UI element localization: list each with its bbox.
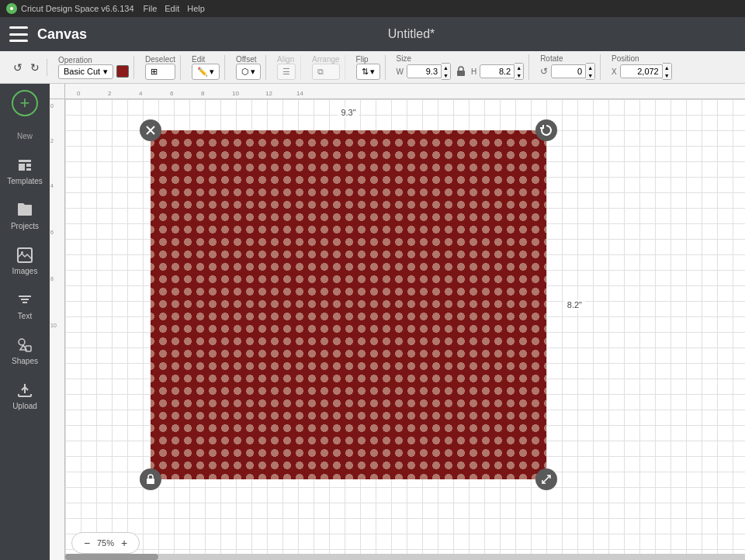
doc-title: Untitled* [87, 27, 736, 41]
x-up-button[interactable]: ▲ [663, 64, 671, 71]
sidebar-item-templates[interactable]: Templates [3, 150, 47, 192]
offset-button[interactable]: ⬡ ▾ [236, 64, 261, 80]
main-content: + New Templates Projects Images [0, 84, 745, 560]
sidebar-item-text[interactable]: Text [3, 285, 47, 327]
deselect-label: Deselect [145, 55, 175, 64]
offset-icon: ⬡ [241, 67, 249, 77]
width-down-button[interactable]: ▼ [442, 71, 450, 79]
lock-handle[interactable] [140, 468, 161, 490]
svg-point-3 [19, 339, 25, 345]
canvas-label: Canvas [37, 26, 87, 43]
height-down-button[interactable]: ▼ [515, 71, 523, 79]
upload-icon [16, 381, 34, 399]
offset-dropdown-arrow: ▾ [251, 67, 255, 77]
align-label: Align [277, 55, 296, 64]
rotate-icon: ↺ [540, 66, 548, 77]
color-swatch[interactable] [116, 65, 129, 78]
position-group: Position X ▲ ▼ [607, 54, 677, 80]
arrange-button: ⧉ [312, 64, 340, 80]
width-dim-label: W [397, 67, 404, 76]
scale-handle[interactable] [535, 468, 557, 490]
canvas-area[interactable]: 0 2 4 6 8 10 12 14 0 2 4 6 8 10 [50, 84, 745, 560]
upload-label: Upload [12, 402, 37, 410]
x-down-button[interactable]: ▼ [663, 71, 671, 79]
flip-button[interactable]: ⇅ ▾ [356, 64, 380, 80]
rotate-handle[interactable] [535, 119, 557, 141]
grid[interactable]: 9.3" 8.2" [65, 99, 745, 560]
ruler-horizontal: 0 2 4 6 8 10 12 14 [65, 84, 745, 99]
templates-icon [16, 156, 34, 175]
new-label: New [17, 132, 33, 140]
deselect-icon: ⊞ [151, 67, 158, 77]
width-dimension-label: 9.3" [338, 107, 359, 118]
undo-button[interactable]: ↺ [11, 59, 25, 76]
align-group: Align ☰ [272, 55, 301, 80]
arrange-group: Arrange ⧉ [307, 55, 345, 80]
hamburger-menu[interactable] [9, 26, 28, 42]
cricut-logo [6, 3, 17, 14]
rotate-up-button[interactable]: ▲ [586, 64, 594, 71]
zoom-out-button[interactable]: − [80, 536, 94, 550]
width-up-button[interactable]: ▲ [442, 64, 450, 71]
align-button: ☰ [277, 64, 296, 80]
text-label: Text [18, 312, 32, 320]
new-button[interactable]: + [12, 90, 38, 116]
align-icon: ☰ [282, 67, 290, 77]
selected-shape-container[interactable]: 9.3" 8.2" [151, 130, 546, 479]
shapes-label: Shapes [12, 357, 38, 365]
projects-label: Projects [11, 222, 39, 230]
undo-redo-group: ↺ ↻ [6, 59, 47, 76]
arrange-icon: ⧉ [317, 67, 324, 77]
rotate-handle-icon [540, 124, 553, 137]
sidebar: + New Templates Projects Images [0, 84, 50, 560]
rotate-group: Rotate ↺ ▲ ▼ [535, 54, 601, 80]
zoom-controls: − 75% + [71, 532, 140, 554]
flip-label: Flip [356, 55, 380, 64]
app-title: Cricut Design Space v6.6.134 [21, 4, 134, 13]
delete-handle[interactable] [140, 119, 161, 141]
height-dim-label: H [471, 67, 476, 76]
zoom-level-label: 75% [97, 538, 114, 548]
horizontal-scrollbar[interactable] [65, 554, 745, 560]
sidebar-item-images[interactable]: Images [3, 240, 47, 282]
sidebar-item-projects[interactable]: Projects [3, 195, 47, 237]
toolbar: ↺ ↻ Operation Basic Cut ▾ Deselect ⊞ Edi [0, 51, 745, 84]
cricut-logo-icon [8, 5, 16, 12]
arrange-label: Arrange [312, 55, 340, 64]
lock-icon [456, 66, 466, 77]
images-icon [16, 246, 34, 264]
horizontal-scrollbar-thumb[interactable] [65, 554, 158, 560]
size-label: Size [397, 54, 525, 63]
edit-dropdown-arrow: ▾ [210, 67, 214, 77]
lock-handle-icon [145, 474, 156, 485]
redo-button[interactable]: ↻ [28, 59, 42, 76]
edit-button[interactable]: ✏️ ▾ [192, 64, 220, 80]
size-group: Size W ▲ ▼ H [392, 54, 530, 80]
menu-edit[interactable]: Edit [165, 4, 179, 13]
rotate-label: Rotate [540, 54, 595, 63]
deselect-button[interactable]: ⊞ [145, 64, 175, 80]
menu-help[interactable]: Help [187, 4, 205, 13]
height-input[interactable] [480, 64, 515, 78]
dropdown-arrow-icon: ▾ [103, 67, 108, 77]
deselect-group: Deselect ⊞ [140, 55, 181, 80]
svg-rect-0 [457, 71, 465, 76]
rotate-input[interactable] [551, 64, 586, 78]
polka-dot-shape[interactable] [151, 130, 546, 479]
lock-proportions-button[interactable] [454, 66, 468, 77]
zoom-in-button[interactable]: + [117, 536, 131, 550]
menu-file[interactable]: File [144, 4, 158, 13]
operation-dropdown[interactable]: Basic Cut ▾ [58, 64, 113, 79]
width-input[interactable] [407, 64, 442, 78]
ruler-corner [50, 84, 65, 99]
svg-rect-7 [147, 479, 154, 484]
rotate-down-button[interactable]: ▼ [586, 71, 594, 79]
delete-icon [145, 125, 156, 136]
sidebar-item-shapes[interactable]: Shapes [3, 330, 47, 372]
x-input[interactable] [620, 64, 663, 78]
height-up-button[interactable]: ▲ [515, 64, 523, 71]
scale-handle-icon [541, 474, 552, 485]
sidebar-item-upload[interactable]: Upload [3, 375, 47, 417]
text-icon [16, 291, 34, 309]
flip-dropdown-arrow: ▾ [370, 67, 375, 77]
